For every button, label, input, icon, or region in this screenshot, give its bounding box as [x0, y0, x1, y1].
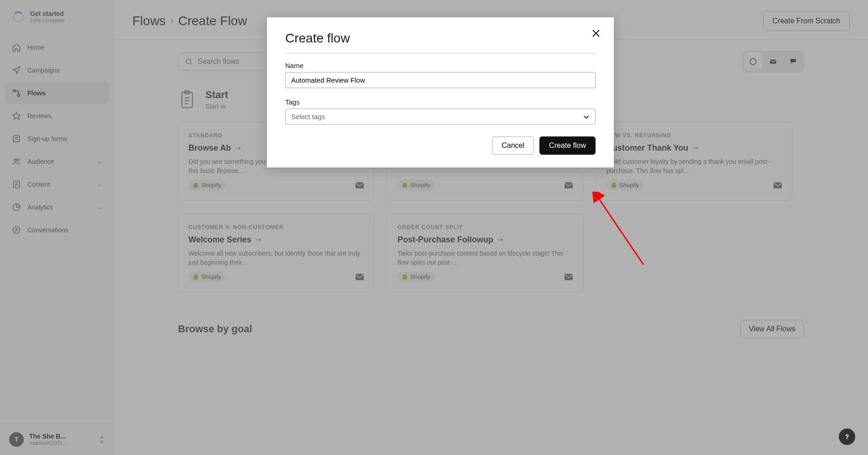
- modal-title: Create flow: [285, 31, 596, 46]
- create-flow-modal: Create flow Name Tags Select tags Cancel…: [267, 17, 614, 167]
- close-icon: [592, 29, 600, 37]
- flow-name-input[interactable]: [285, 72, 596, 88]
- help-button[interactable]: ?: [839, 429, 855, 445]
- divider: [285, 53, 596, 53]
- chevron-down-icon: [583, 114, 590, 120]
- create-flow-button[interactable]: Create flow: [539, 136, 596, 155]
- close-button[interactable]: [592, 29, 600, 37]
- cancel-button[interactable]: Cancel: [492, 136, 534, 155]
- tags-placeholder: Select tags: [291, 113, 325, 120]
- name-label: Name: [285, 62, 596, 69]
- tags-select[interactable]: Select tags: [285, 109, 596, 125]
- tags-label: Tags: [285, 98, 596, 106]
- help-icon: ?: [845, 433, 849, 440]
